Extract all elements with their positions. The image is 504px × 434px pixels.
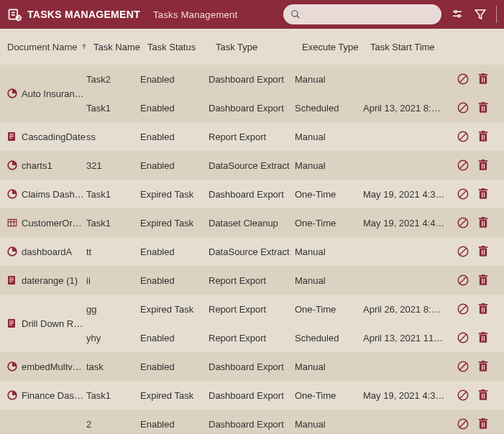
svg-marker-12: [475, 10, 485, 19]
document-cell[interactable]: daterange (1): [0, 266, 86, 295]
task-exec-type: Manual: [295, 131, 363, 142]
disable-task-icon[interactable]: [457, 303, 469, 315]
task-row[interactable]: yhyEnabledReport ExportScheduledApril 13…: [86, 323, 504, 352]
document-cell[interactable]: Drill Down Report: [0, 295, 86, 352]
delete-task-icon[interactable]: [477, 101, 490, 114]
svg-rect-21: [482, 73, 485, 75]
disable-task-icon[interactable]: [457, 245, 469, 258]
svg-rect-92: [480, 305, 487, 313]
disable-task-icon[interactable]: [457, 274, 469, 287]
document-name: CascadingDate: [22, 131, 86, 142]
document-type-icon: [7, 361, 17, 371]
disable-task-icon[interactable]: [457, 159, 469, 172]
delete-task-icon[interactable]: [477, 159, 490, 172]
document-cell[interactable]: [0, 410, 86, 434]
svg-rect-28: [482, 102, 485, 103]
filter-icon[interactable]: [473, 7, 487, 22]
col-header-status[interactable]: Task Status: [147, 42, 216, 52]
document-type-icon: [7, 218, 17, 228]
task-row[interactable]: taskEnabledDashboard ExportManual: [86, 352, 504, 381]
disable-task-icon[interactable]: [457, 73, 469, 86]
delete-task-icon[interactable]: [477, 188, 490, 200]
task-type: Report Export: [209, 333, 295, 343]
svg-rect-47: [482, 160, 485, 161]
document-cell[interactable]: Claims Dashboard: [0, 180, 86, 208]
svg-line-16: [459, 75, 467, 83]
delete-task-icon[interactable]: [477, 274, 490, 287]
document-cell[interactable]: Auto Insurance ...: [0, 65, 86, 122]
task-status: Expired Task: [140, 189, 209, 200]
document-type-icon: [7, 390, 17, 400]
disable-task-icon[interactable]: [457, 389, 469, 402]
task-exec-type: Manual: [295, 419, 363, 430]
task-row[interactable]: 321EnabledDataSource ExtractManual: [86, 151, 504, 180]
svg-line-23: [459, 104, 467, 112]
task-row[interactable]: iiEnabledReport ExportManual: [86, 266, 504, 295]
svg-rect-94: [484, 308, 485, 313]
svg-rect-37: [484, 135, 485, 140]
task-row[interactable]: Task2EnabledDashboard ExportManual: [86, 65, 504, 93]
delete-task-icon[interactable]: [477, 245, 490, 258]
table-row-group: Finance Dashboa...Task1Expired TaskDashb…: [0, 381, 504, 410]
document-cell[interactable]: dashboardA: [0, 237, 86, 266]
svg-rect-56: [8, 219, 17, 226]
document-cell[interactable]: embedMultvalue...: [0, 352, 86, 381]
document-type-icon: [7, 131, 17, 142]
disable-task-icon[interactable]: [457, 130, 469, 143]
svg-line-98: [459, 334, 467, 342]
delete-task-icon[interactable]: [477, 130, 490, 143]
col-header-type[interactable]: Task Type: [216, 42, 302, 52]
delete-task-icon[interactable]: [477, 389, 490, 402]
task-row[interactable]: Task1Expired TaskDashboard ExportOne-Tim…: [86, 180, 504, 208]
task-row[interactable]: ssEnabledReport ExportManual: [86, 122, 504, 151]
delete-task-icon[interactable]: [477, 331, 490, 344]
delete-task-icon[interactable]: [477, 216, 490, 229]
col-header-taskname[interactable]: Task Name: [93, 42, 147, 52]
disable-task-icon[interactable]: [457, 331, 469, 344]
svg-rect-78: [9, 282, 12, 282]
search-input[interactable]: [305, 9, 434, 20]
task-row[interactable]: ggExpired TaskReport ExportOne-TimeApril…: [86, 295, 504, 323]
task-name: Task2: [86, 74, 140, 85]
document-cell[interactable]: CustomerOrders: [0, 208, 86, 237]
task-type: DataSource Extract: [209, 246, 295, 257]
svg-line-121: [459, 420, 467, 428]
disable-task-icon[interactable]: [457, 360, 469, 373]
svg-rect-77: [9, 280, 14, 280]
svg-rect-66: [482, 217, 485, 218]
task-status: Expired Task: [140, 390, 209, 401]
task-start-time: April 26, 2021 8:09 ...: [363, 304, 449, 315]
svg-rect-72: [484, 250, 485, 255]
document-cell[interactable]: Finance Dashboa...: [0, 381, 86, 410]
task-row[interactable]: ttEnabledDataSource ExtractManual: [86, 237, 504, 266]
task-name: ss: [86, 131, 140, 142]
svg-line-80: [459, 277, 467, 285]
settings-sliders-icon[interactable]: [450, 7, 464, 22]
disable-task-icon[interactable]: [457, 216, 469, 229]
delete-task-icon[interactable]: [477, 360, 490, 373]
disable-task-icon[interactable]: [457, 101, 469, 114]
task-row[interactable]: Task1EnabledDashboard ExportScheduledApr…: [86, 93, 504, 122]
document-cell[interactable]: charts1: [0, 151, 86, 180]
col-header-exec[interactable]: Execute Type: [302, 42, 370, 52]
disable-task-icon[interactable]: [457, 188, 469, 200]
search-box[interactable]: [283, 4, 441, 24]
svg-rect-35: [480, 133, 487, 141]
task-start-time: April 13, 2021 11:20...: [363, 333, 449, 343]
delete-task-icon[interactable]: [477, 303, 490, 315]
task-row[interactable]: Task1Expired TaskDataset CleanupOne-Time…: [86, 208, 504, 237]
col-header-time[interactable]: Task Start Time: [370, 42, 457, 52]
delete-task-icon[interactable]: [477, 417, 490, 430]
svg-line-69: [459, 248, 467, 256]
svg-rect-64: [484, 221, 485, 226]
col-header-document[interactable]: Document Name: [7, 42, 93, 52]
delete-task-icon[interactable]: [477, 73, 490, 86]
disable-task-icon[interactable]: [457, 417, 469, 430]
document-cell[interactable]: CascadingDate: [0, 122, 86, 151]
task-row[interactable]: 2EnabledDashboard ExportManual: [86, 410, 504, 434]
task-name: 321: [86, 160, 140, 171]
svg-line-106: [459, 363, 467, 371]
task-row[interactable]: Task1Expired TaskDashboard ExportOne-Tim…: [86, 381, 504, 410]
page-title: TASKS MANAGEMENT: [27, 9, 140, 20]
table-row-group: Claims DashboardTask1Expired TaskDashboa…: [0, 180, 504, 208]
